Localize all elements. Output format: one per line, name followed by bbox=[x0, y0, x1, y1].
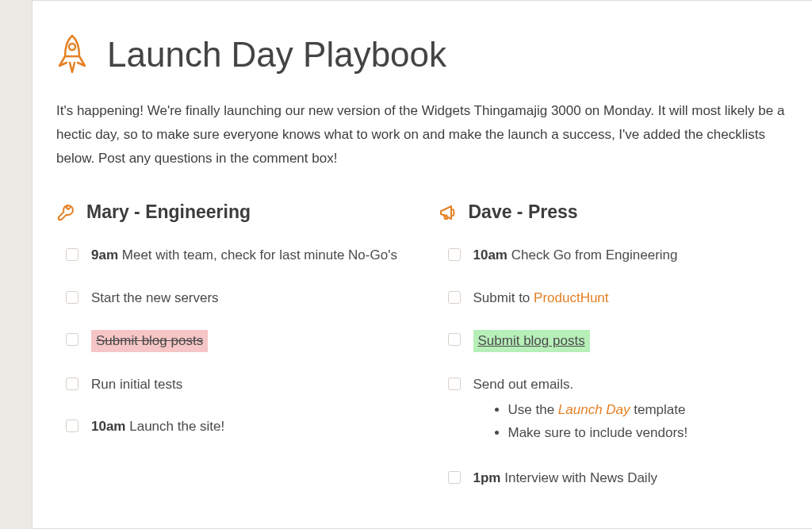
sub-suffix: template bbox=[630, 402, 686, 417]
highlight-added: Submit blog posts bbox=[473, 330, 590, 352]
list-item: Start the new servers bbox=[66, 288, 407, 309]
list-item: 1pm Interview with News Daily bbox=[448, 468, 789, 489]
task-text: 10am Check Go from Engineering bbox=[473, 245, 789, 266]
link-producthunt[interactable]: ProductHunt bbox=[534, 290, 609, 305]
checklist-engineering: 9am Meet with team, check for last minut… bbox=[56, 245, 407, 437]
list-item: Send out emails. Use the Launch Day temp… bbox=[448, 374, 789, 446]
highlight-removed: Submit blog posts bbox=[91, 330, 208, 352]
checkbox[interactable] bbox=[448, 471, 461, 484]
task-text: Start the new servers bbox=[91, 288, 407, 309]
checkbox[interactable] bbox=[66, 291, 79, 304]
task-text: Submit to ProductHunt bbox=[473, 288, 789, 309]
list-item: 10am Launch the site! bbox=[66, 416, 407, 437]
sub-prefix: Use the bbox=[508, 402, 558, 417]
intro-paragraph: It's happening! We're finally launching … bbox=[56, 99, 788, 170]
list-item: Submit blog posts bbox=[448, 330, 789, 352]
checkbox[interactable] bbox=[448, 378, 461, 390]
checkbox[interactable] bbox=[66, 420, 79, 432]
megaphone-icon bbox=[439, 203, 458, 222]
task-text: Submit blog posts bbox=[91, 330, 407, 352]
document-page: Launch Day Playbook It's happening! We'r… bbox=[32, 0, 812, 529]
task-body: Launch the site! bbox=[129, 419, 224, 434]
rocket-icon bbox=[56, 33, 88, 77]
checklist-press: 10am Check Go from Engineering Submit to… bbox=[439, 245, 789, 488]
template-link[interactable]: Launch Day bbox=[558, 402, 630, 417]
list-item: Submit to ProductHunt bbox=[448, 288, 789, 309]
checkbox[interactable] bbox=[448, 291, 461, 304]
checkbox[interactable] bbox=[66, 378, 79, 390]
sub-list: Use the Launch Day template Make sure to… bbox=[473, 399, 789, 443]
column-engineering: Mary - Engineering 9am Meet with team, c… bbox=[56, 201, 407, 510]
list-item: 9am Meet with team, check for last minut… bbox=[66, 245, 407, 266]
task-text: Submit blog posts bbox=[473, 330, 789, 352]
task-body: Send out emails. bbox=[473, 377, 574, 392]
page-title: Launch Day Playbook bbox=[107, 35, 446, 75]
task-body: Interview with News Daily bbox=[504, 470, 657, 485]
task-text: 1pm Interview with News Daily bbox=[473, 468, 789, 489]
task-prefix: Submit to bbox=[473, 290, 534, 305]
task-body: Meet with team, check for last minute No… bbox=[122, 247, 397, 263]
checkbox[interactable] bbox=[66, 333, 79, 346]
section-title-engineering: Mary - Engineering bbox=[86, 201, 251, 223]
columns: Mary - Engineering 9am Meet with team, c… bbox=[56, 201, 788, 510]
checkbox[interactable] bbox=[448, 248, 461, 261]
list-item: 10am Check Go from Engineering bbox=[448, 245, 789, 266]
title-row: Launch Day Playbook bbox=[56, 33, 788, 77]
task-text: 9am Meet with team, check for last minut… bbox=[91, 245, 407, 266]
wrench-icon bbox=[56, 203, 75, 222]
checkbox[interactable] bbox=[448, 333, 461, 346]
task-time: 10am bbox=[91, 419, 125, 434]
svg-point-0 bbox=[69, 44, 75, 50]
task-body: Check Go from Engineering bbox=[511, 247, 678, 263]
sub-item: Make sure to include vendors! bbox=[508, 422, 789, 443]
task-text: Run initial tests bbox=[91, 374, 407, 395]
task-text: 10am Launch the site! bbox=[91, 416, 407, 437]
list-item: Run initial tests bbox=[66, 374, 407, 395]
section-head-engineering: Mary - Engineering bbox=[56, 201, 407, 223]
task-text: Send out emails. Use the Launch Day temp… bbox=[473, 374, 789, 446]
task-time: 1pm bbox=[473, 470, 501, 485]
section-title-press: Dave - Press bbox=[469, 201, 578, 223]
column-press: Dave - Press 10am Check Go from Engineer… bbox=[439, 201, 789, 510]
task-time: 9am bbox=[91, 247, 118, 263]
list-item: Submit blog posts bbox=[66, 330, 407, 352]
checkbox[interactable] bbox=[66, 248, 79, 261]
section-head-press: Dave - Press bbox=[439, 201, 789, 223]
sub-item: Use the Launch Day template bbox=[508, 399, 789, 420]
task-time: 10am bbox=[473, 247, 508, 263]
